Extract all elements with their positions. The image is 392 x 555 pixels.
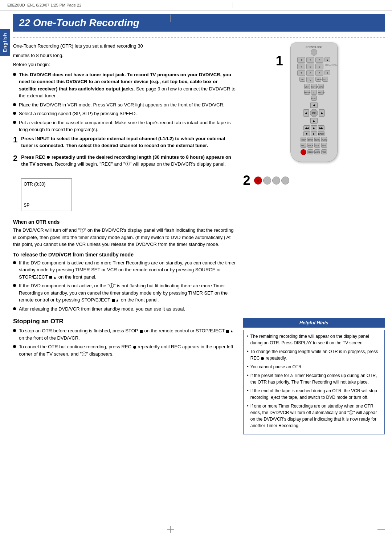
rec-circle-stop (133, 346, 136, 349)
nav-down-btn[interactable]: ▶ (310, 118, 318, 124)
nav-left-btn[interactable]: ◀ (303, 109, 309, 117)
btn-zoom[interactable]: ZOOM (314, 137, 320, 142)
btn-2[interactable]: 2 (306, 57, 314, 63)
btn-rec[interactable]: ● (301, 149, 306, 155)
stopping-dot-1 (13, 329, 16, 332)
btn-5[interactable]: 5 (306, 64, 314, 69)
hint-dot-2: • (247, 348, 249, 355)
btn-menu[interactable]: MENU (318, 90, 324, 95)
btn-play[interactable]: ▶ (311, 125, 317, 130)
btn-repeat1[interactable]: RPT (314, 143, 320, 148)
bullet-dot-2 (13, 103, 16, 106)
nav-up-btn[interactable]: ◀ (310, 102, 318, 108)
bullet-item-2: Place the DVD/VCR in VCR mode. Press VCR… (13, 101, 236, 109)
btn-3[interactable]: 3 (315, 57, 323, 63)
btn-rew[interactable]: ◀◀ (303, 125, 310, 130)
circle-btn-1 (263, 177, 271, 185)
ok-btn[interactable]: OK (310, 109, 318, 117)
btn-arrow-down[interactable]: ▼ (324, 70, 330, 75)
stopping-text-2: To cancel the OTR but continue recording… (19, 343, 236, 357)
crosshair-bottom-left (167, 526, 174, 533)
sidebar-language-label: English (0, 29, 10, 56)
bullet-text-3: Select a recording speed (SP, SLP) by pr… (19, 110, 137, 117)
step-indicator-2: 2 (243, 173, 250, 188)
release-bullet-1: If the DVD component is active and no mo… (13, 259, 236, 281)
source-row: VCR SETUP DVD (293, 84, 335, 89)
power-button[interactable] (311, 49, 317, 56)
rec-row: ● SPEED MODE TMR (293, 149, 335, 155)
remote-control: OPEN/CLOSE 1 2 3 ▲ 4 (290, 42, 338, 162)
btn-title[interactable]: TITLE (322, 77, 328, 82)
btn-4[interactable]: 4 (297, 64, 305, 69)
disc-row: DISC (293, 96, 335, 101)
intro-line1: One-Touch Recording (OTR) lets you set a… (13, 42, 236, 50)
stopping-text-1: To stop an OTR before recording is finis… (19, 327, 236, 341)
btn-mode[interactable]: MODE (314, 149, 320, 154)
btn-repeat2[interactable]: RPT (321, 143, 327, 148)
btn-plus10[interactable]: +10 (299, 77, 305, 82)
transport-row-1: ◀◀ ▶ ▶▶ (293, 125, 335, 130)
btn-arrow-up[interactable]: ▲ (324, 57, 330, 62)
btn-stop[interactable]: ■ (303, 131, 310, 136)
btn-speed[interactable]: SPEED (307, 149, 313, 154)
hint-dot-3: • (247, 364, 249, 370)
right-column: 1 OPEN/CLOSE 1 2 3 ▲ (243, 42, 385, 314)
btn-8[interactable]: 8 (306, 70, 314, 76)
btn-setup[interactable]: SETUP (311, 84, 317, 89)
when-otr-ends-heading: When an OTR ends (13, 219, 236, 225)
btn-disc[interactable]: DISC (311, 96, 317, 101)
rec-btn-bottom[interactable]: ● (254, 177, 262, 185)
btn-9[interactable]: 9 (315, 70, 323, 76)
hint-dot-6: • (247, 403, 249, 409)
stop-icon-stop (140, 330, 143, 333)
bullet-text-4: Put a videotape in the cassette compartm… (19, 119, 236, 133)
intro-text: One-Touch Recording (OTR) lets you set a… (13, 42, 236, 68)
btn-vcr[interactable]: VCR (304, 84, 310, 89)
btn-display[interactable]: DISP (301, 137, 306, 142)
release-bullet-3: After releasing the DVD/VCR from timer s… (13, 305, 236, 313)
btn-0[interactable]: 0 (306, 77, 314, 82)
btn-up[interactable]: ▲ (311, 90, 317, 95)
btn-search[interactable]: SRCH (307, 143, 313, 148)
otr-speed: SP (24, 202, 29, 208)
bullet-item-3: Select a recording speed (SP, SLP) by pr… (13, 110, 236, 117)
nav-right-btn[interactable]: ▶ (319, 109, 325, 117)
num-row-1: 1 2 3 ▲ (293, 57, 335, 63)
btn-subtitle[interactable]: SUBT (307, 137, 313, 142)
btn-angle[interactable]: ANGLE (301, 143, 306, 148)
btn-dvd[interactable]: DVD (318, 84, 324, 89)
release-section: To release the DVD/VCR from timer standb… (13, 252, 236, 313)
hint-6: • If one or more Timer Recordings are on… (247, 403, 381, 429)
hint-3: • You cannot pause an OTR. (247, 364, 381, 370)
intro-line2: minutes to 8 hours long. (13, 52, 236, 59)
btn-7[interactable]: 7 (297, 70, 305, 76)
step-1: 1 Press INPUT to select the appropriate … (13, 135, 236, 149)
btn-timer-set[interactable]: TMR (321, 149, 327, 154)
step-2: 2 Press REC repeatedly until the desired… (13, 154, 236, 215)
crosshair-bottom-right (377, 526, 385, 533)
crosshair-top-left (167, 15, 174, 22)
helpful-hints-title: Helpful Hints (299, 320, 328, 325)
btn-input[interactable]: INPUT (304, 90, 310, 95)
btn-audio[interactable]: AUDIO (321, 137, 327, 142)
btn-1[interactable]: 1 (297, 57, 305, 63)
btn-ffw[interactable]: ▶▶ (318, 125, 324, 130)
bullet-dot-1 (13, 73, 16, 76)
btn-clear[interactable]: CLEAR (315, 77, 321, 82)
hints-content: • The remaining recording time will appe… (243, 330, 385, 434)
when-otr-ends-section: When an OTR ends The DVD/VCR will turn o… (13, 219, 236, 248)
eject-icon-2: ▲ (115, 297, 119, 303)
btn-pause[interactable]: ⏸ (311, 131, 317, 136)
page-title-bar: 22 One-Touch Recording (13, 14, 385, 32)
display-row: DISP SUBT ZOOM AUDIO (293, 137, 335, 142)
page-header: E8E20UD_EN1 8/23/07 1:25 PM Page 22 (0, 0, 392, 11)
tracking-label: TRACKING (324, 64, 330, 69)
two-col-layout: One-Touch Recording (OTR) lets you set a… (13, 42, 385, 314)
page-title: 22 One-Touch Recording (19, 17, 379, 29)
btn-back[interactable]: BACK (318, 131, 324, 136)
btn-6[interactable]: 6 (315, 64, 323, 69)
num-row-3: 7 8 9 ▼ (293, 70, 335, 76)
release-bullet-2: If the DVD component is not active, or t… (13, 282, 236, 304)
header-text: E8E20UD_EN1 8/23/07 1:25 PM Page 22 (7, 3, 81, 7)
num-row-4: +10 0 CLEAR TITLE (293, 77, 335, 82)
